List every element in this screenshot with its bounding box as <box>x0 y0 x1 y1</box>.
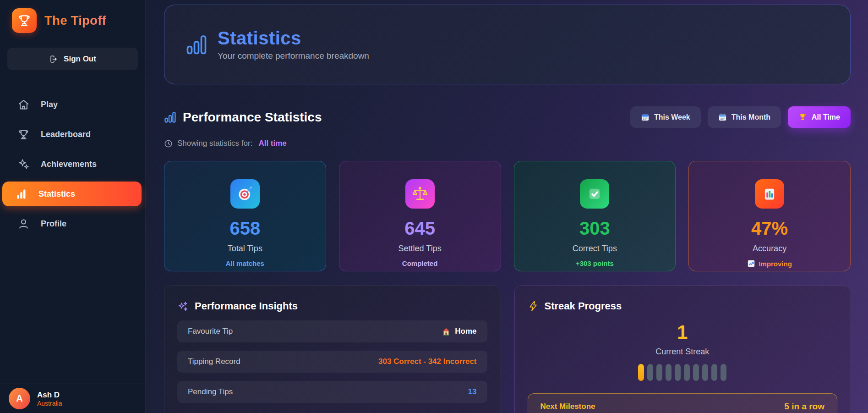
sidebar-item-label: Leaderboard <box>41 130 91 139</box>
logout-icon <box>49 55 58 64</box>
filter-this-week-button[interactable]: This Week <box>630 106 701 128</box>
page-header-card: Statistics Your complete performance bre… <box>164 5 851 84</box>
stat-sub: Completed <box>402 259 438 267</box>
filter-label: This Week <box>654 113 690 121</box>
user-country: Australia <box>37 400 62 407</box>
app-logo <box>12 8 37 33</box>
filter-all-time-button[interactable]: All Time <box>788 106 851 128</box>
sidebar-item-statistics[interactable]: Statistics <box>2 182 142 206</box>
house-icon <box>442 327 451 336</box>
sidebar-item-label: Statistics <box>38 189 75 199</box>
section-title: Performance Statistics <box>183 110 322 125</box>
trophy-icon <box>17 13 32 28</box>
sidebar-item-label: Profile <box>41 219 66 229</box>
bar-chart-icon <box>15 188 27 200</box>
stat-value: 658 <box>230 218 261 239</box>
showing-statistics-row: Showing statistics for: All time <box>164 139 851 148</box>
insight-value: Home <box>442 327 476 336</box>
streak-pill <box>702 364 708 381</box>
showing-value: All time <box>258 139 286 148</box>
target-icon <box>230 179 260 209</box>
stat-value: 645 <box>404 218 435 239</box>
insight-row-pending-tips: Pending Tips 13 <box>177 381 487 403</box>
sidebar-item-play[interactable]: Play <box>5 92 141 117</box>
insight-value-text: Home <box>455 327 476 336</box>
avatar-initial: A <box>16 393 22 404</box>
milestone-value: 5 in a row <box>784 402 824 412</box>
page-subtitle: Your complete performance breakdown <box>218 51 369 61</box>
sparkles-icon <box>177 301 189 312</box>
streak-pill <box>666 364 671 381</box>
trophy-icon <box>17 128 30 141</box>
avatar: A <box>9 388 30 409</box>
streak-pill <box>675 364 681 381</box>
stat-label: Settled Tips <box>399 244 442 253</box>
stat-value: 47% <box>751 218 788 239</box>
stat-label: Correct Tips <box>573 244 617 253</box>
bar-chart-icon <box>164 111 176 123</box>
showing-label: Showing statistics for: <box>177 139 252 148</box>
streak-pill <box>711 364 717 381</box>
check-mark-icon <box>580 179 609 209</box>
home-icon <box>17 99 30 111</box>
bar-chart-emoji-icon <box>755 179 784 209</box>
user-footer: A Ash D Australia <box>0 384 145 413</box>
sign-out-button[interactable]: Sign Out <box>7 48 138 70</box>
sidebar-nav: Play Leaderboard Achievements <box>0 92 145 236</box>
sparkles-icon <box>17 158 30 171</box>
insight-label: Tipping Record <box>188 357 240 366</box>
sidebar-item-leaderboard[interactable]: Leaderboard <box>5 122 141 147</box>
streak-pill <box>656 364 662 381</box>
sidebar: The Tipoff Sign Out Play <box>0 0 146 413</box>
stat-card-total-tips: 658 Total Tips All matches <box>164 161 326 271</box>
bottom-panels-row: Performance Insights Favourite Tip Home <box>164 285 851 413</box>
sidebar-item-label: Achievements <box>41 160 97 169</box>
milestone-label: Next Milestone <box>540 402 595 411</box>
streak-pill <box>684 364 690 381</box>
filter-label: All Time <box>812 113 840 121</box>
sidebar-item-achievements[interactable]: Achievements <box>5 152 141 176</box>
filter-label: This Month <box>732 113 770 121</box>
user-name: Ash D <box>37 390 62 400</box>
stat-card-accuracy: 47% Accuracy Improving <box>688 161 851 271</box>
insight-row-tipping-record: Tipping Record 303 Correct - 342 Incorre… <box>177 351 487 373</box>
streak-progress-panel: Streak Progress 1 Current Streak Next Mi… <box>514 285 851 413</box>
streak-pill <box>693 364 699 381</box>
streak-pill <box>647 364 653 381</box>
stat-sub: +303 points <box>576 259 614 267</box>
sidebar-item-label: Play <box>41 100 58 110</box>
streak-pill <box>638 364 644 381</box>
app-title: The Tipoff <box>44 13 106 28</box>
stat-label: Accuracy <box>753 244 786 253</box>
app-logo-row: The Tipoff <box>0 0 145 33</box>
stat-card-correct-tips: 303 Correct Tips +303 points <box>514 161 676 271</box>
stat-sub: Improving <box>747 259 792 268</box>
section-header-row: Performance Statistics This Week <box>164 106 851 128</box>
insight-value: 303 Correct - 342 Incorrect <box>378 357 477 366</box>
calendar-icon <box>641 113 650 121</box>
insight-value: 13 <box>468 387 477 396</box>
balance-scales-icon <box>405 179 435 209</box>
stat-sub: All matches <box>226 259 264 267</box>
user-icon <box>17 218 30 230</box>
chart-increasing-icon <box>747 259 755 268</box>
streak-pill <box>721 364 726 381</box>
filter-buttons: This Week This Month <box>630 106 851 128</box>
clock-icon <box>164 139 173 148</box>
stat-label: Total Tips <box>228 244 262 253</box>
bar-chart-icon <box>186 33 207 55</box>
filter-this-month-button[interactable]: This Month <box>708 106 781 128</box>
lightning-bolt-icon <box>528 301 539 312</box>
page-title: Statistics <box>218 28 369 49</box>
current-streak-value: 1 <box>528 321 838 343</box>
performance-insights-panel: Performance Insights Favourite Tip Home <box>164 285 501 413</box>
stat-cards-row: 658 Total Tips All matches 645 Settled T… <box>164 161 851 271</box>
insight-label: Favourite Tip <box>188 327 233 336</box>
stat-value: 303 <box>579 218 610 239</box>
streak-pills <box>528 364 838 381</box>
sign-out-label: Sign Out <box>64 55 96 64</box>
current-streak-label: Current Streak <box>528 347 838 357</box>
main-content: Statistics Your complete performance bre… <box>146 0 868 413</box>
sidebar-item-profile[interactable]: Profile <box>5 211 141 236</box>
trophy-icon <box>798 113 807 121</box>
